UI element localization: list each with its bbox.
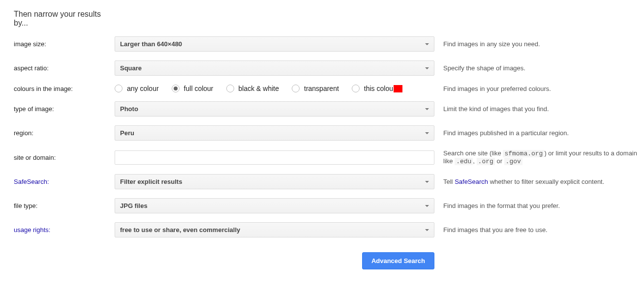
row-safesearch: SafeSearch: Filter explicit results Tell…	[0, 174, 644, 189]
colour-swatch[interactable]	[394, 85, 402, 92]
row-region: region: Peru Find images published in a …	[0, 125, 644, 141]
usage-rights-dropdown[interactable]: free to use or share, even commercially	[115, 222, 434, 237]
aspect-ratio-value: Square	[120, 64, 142, 72]
row-colours: colours in the image: any colour full co…	[0, 85, 644, 92]
row-image-size: image size: Larger than 640×480 Find ima…	[0, 36, 644, 52]
radio-icon	[352, 85, 360, 92]
radio-transparent[interactable]: transparent	[292, 85, 339, 92]
safesearch-link[interactable]: SafeSearch	[455, 178, 488, 185]
label-colours: colours in the image:	[0, 85, 115, 92]
row-usage-rights: usage rights: free to use or share, even…	[0, 222, 644, 237]
help-usage-rights: Find images that you are free to use.	[434, 226, 644, 234]
radio-icon	[226, 85, 234, 92]
label-type-of-image: type of image:	[0, 105, 115, 113]
radio-label: black & white	[239, 85, 279, 92]
radio-icon	[115, 85, 123, 92]
radio-label: this colour	[364, 85, 396, 92]
help-colours: Find images in your preferred colours.	[434, 85, 644, 92]
type-of-image-dropdown[interactable]: Photo	[115, 101, 434, 117]
radio-label: any colour	[127, 85, 159, 92]
radio-full-colour[interactable]: full colour	[172, 85, 214, 92]
label-region: region:	[0, 129, 115, 137]
label-file-type: file type:	[0, 202, 115, 209]
chevron-down-icon	[425, 67, 429, 69]
chevron-down-icon	[425, 181, 429, 183]
radio-any-colour[interactable]: any colour	[115, 85, 159, 92]
chevron-down-icon	[425, 205, 429, 207]
chevron-down-icon	[425, 43, 429, 45]
label-image-size: image size:	[0, 40, 115, 48]
narrow-heading: Then narrow your results by...	[14, 10, 102, 28]
chevron-down-icon	[425, 132, 429, 134]
safesearch-value: Filter explicit results	[120, 178, 182, 185]
chevron-down-icon	[425, 108, 429, 110]
radio-icon	[292, 85, 300, 92]
image-size-value: Larger than 640×480	[120, 40, 182, 48]
help-site-domain: Search one site (like sfmoma.org) or lim…	[434, 149, 644, 165]
row-aspect-ratio: aspect ratio: Square Specify the shape o…	[0, 60, 644, 76]
label-site-domain: site or domain:	[0, 154, 115, 161]
radio-label: transparent	[304, 85, 339, 92]
label-aspect-ratio: aspect ratio:	[0, 64, 115, 72]
usage-rights-value: free to use or share, even commercially	[120, 226, 240, 234]
colours-radio-group: any colour full colour black & white tra…	[115, 85, 434, 92]
row-site-domain: site or domain: Search one site (like sf…	[0, 149, 644, 165]
type-of-image-value: Photo	[120, 105, 138, 113]
region-dropdown[interactable]: Peru	[115, 125, 434, 141]
aspect-ratio-dropdown[interactable]: Square	[115, 60, 434, 76]
chevron-down-icon	[425, 229, 429, 231]
help-type-of-image: Limit the kind of images that you find.	[434, 105, 644, 113]
file-type-dropdown[interactable]: JPG files	[115, 198, 434, 213]
site-domain-input[interactable]	[115, 150, 434, 165]
row-type-of-image: type of image: Photo Limit the kind of i…	[0, 101, 644, 117]
file-type-value: JPG files	[120, 202, 148, 209]
radio-icon-selected	[172, 85, 180, 92]
label-usage-rights[interactable]: usage rights:	[0, 226, 115, 234]
row-file-type: file type: JPG files Find images in the …	[0, 198, 644, 213]
safesearch-dropdown[interactable]: Filter explicit results	[115, 174, 434, 189]
help-safesearch: Tell SafeSearch whether to filter sexual…	[434, 178, 644, 185]
radio-label: full colour	[184, 85, 214, 92]
radio-black-white[interactable]: black & white	[226, 85, 279, 92]
help-file-type: Find images in the format that you prefe…	[434, 202, 644, 209]
help-image-size: Find images in any size you need.	[434, 40, 644, 48]
region-value: Peru	[120, 129, 134, 137]
help-aspect-ratio: Specify the shape of images.	[434, 64, 644, 72]
advanced-search-button[interactable]: Advanced Search	[362, 252, 434, 269]
image-size-dropdown[interactable]: Larger than 640×480	[115, 36, 434, 52]
radio-this-colour[interactable]: this colour	[352, 85, 402, 92]
label-safesearch[interactable]: SafeSearch:	[0, 178, 115, 185]
help-region: Find images published in a particular re…	[434, 129, 644, 137]
